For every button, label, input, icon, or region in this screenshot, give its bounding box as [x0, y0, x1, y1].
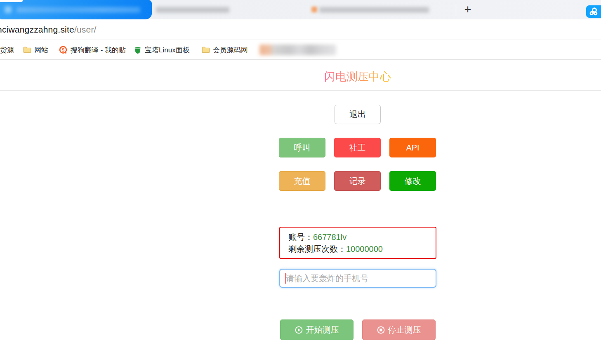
url-domain: nciwangzzahng.site [0, 25, 74, 34]
bookmark-label: 会员源码网 [213, 45, 248, 55]
folder-icon [23, 47, 31, 53]
account-info-box: 账号：667781lv 剩余测压次数：10000000 [279, 227, 436, 259]
phone-number-input[interactable] [279, 269, 436, 288]
api-button[interactable]: API [389, 138, 436, 157]
inactive-tab-3[interactable] [319, 7, 429, 13]
stop-circle-icon [377, 326, 385, 334]
bookmark-label: 宝塔Linux面板 [145, 45, 190, 55]
remaining-value: 10000000 [346, 244, 383, 254]
bookmark-blurred[interactable] [259, 45, 336, 55]
bookmark-sogou-translate[interactable]: S 搜狗翻译 - 我的贴 [59, 45, 126, 55]
tab-bar: + [0, 0, 601, 19]
address-bar[interactable]: nciwangzzahng.site/user/ [0, 19, 601, 40]
bookmark-label: 货源 [0, 45, 14, 55]
url-path: /user/ [74, 25, 97, 34]
inactive-tab-2[interactable] [156, 7, 229, 13]
username-label: 账号： [288, 232, 313, 242]
bookmark-folder-vip-source[interactable]: 会员源码网 [202, 45, 248, 55]
modify-button[interactable]: 修改 [389, 171, 436, 191]
stop-test-button[interactable]: 停止测压 [362, 319, 436, 340]
phone-input-wrap [279, 269, 436, 288]
records-button[interactable]: 记录 [334, 171, 381, 191]
nav-button-row-1: 呼叫 社工 API [279, 138, 436, 157]
active-tab[interactable] [0, 0, 152, 19]
bookmark-baota-panel[interactable]: 宝塔Linux面板 [134, 45, 190, 55]
bookmark-folder-wangzhan[interactable]: 网站 [23, 45, 48, 55]
tab-notch [0, 0, 23, 2]
account-remaining-line: 剩余测压次数：10000000 [288, 243, 427, 255]
netdisk-icon [589, 7, 599, 16]
active-tab-title-blurred [16, 7, 140, 13]
nav-button-row-2: 充值 记录 修改 [279, 171, 436, 191]
active-tab-favicon [5, 6, 12, 13]
tab-separator [456, 4, 456, 16]
baota-shield-icon [134, 46, 142, 54]
remaining-label: 剩余测压次数： [288, 244, 346, 254]
new-tab-button[interactable]: + [461, 2, 474, 17]
bookmarks-bar: 货源 网站 S 搜狗翻译 - 我的贴 宝塔Linux面板 会员源码网 [0, 40, 601, 60]
svg-text:S: S [61, 47, 64, 52]
url-text: nciwangzzahng.site/user/ [0, 25, 97, 35]
bookmark-label: 搜狗翻译 - 我的贴 [71, 45, 126, 55]
folder-icon [202, 47, 210, 53]
stop-test-label: 停止测压 [388, 324, 421, 336]
account-username-line: 账号：667781lv [288, 231, 427, 243]
start-test-label: 开始测压 [306, 324, 339, 336]
page-title: 闪电测压中心 [324, 70, 391, 83]
logout-button[interactable]: 退出 [335, 105, 381, 124]
inactive-tab-3-favicon [311, 7, 317, 12]
sogou-icon: S [59, 46, 68, 54]
netdisk-cloud-button[interactable] [586, 5, 601, 18]
call-button[interactable]: 呼叫 [279, 138, 325, 157]
bookmark-huoyuan[interactable]: 货源 [0, 45, 14, 55]
recharge-button[interactable]: 充值 [279, 171, 325, 191]
header-divider [0, 90, 601, 91]
play-circle-icon [295, 326, 303, 334]
action-button-row: 开始测压 停止测压 [280, 319, 436, 340]
bookmark-label: 网站 [34, 45, 48, 55]
start-test-button[interactable]: 开始测压 [280, 319, 354, 340]
username-value: 667781lv [313, 232, 346, 242]
shegong-button[interactable]: 社工 [334, 138, 381, 157]
